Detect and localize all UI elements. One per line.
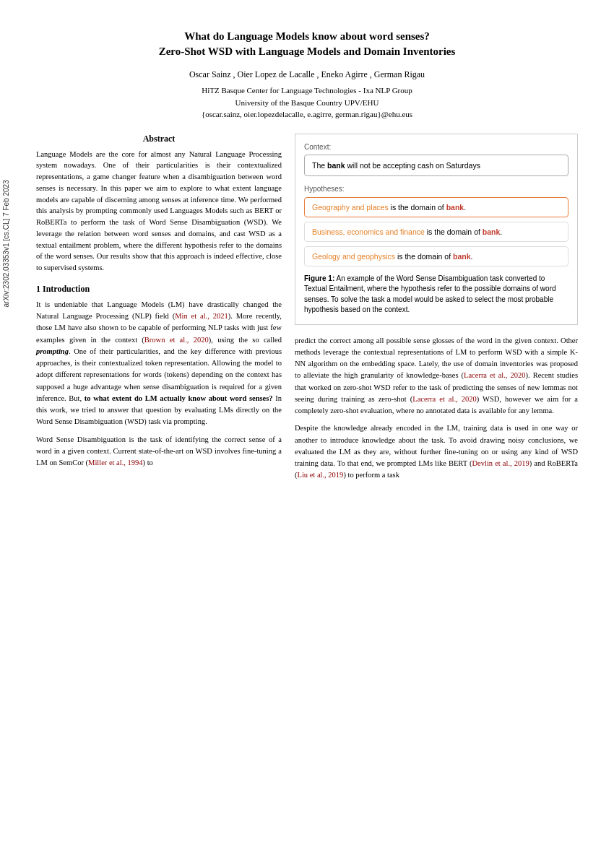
hypothesis-3: Geology and geophysics is the domain of … bbox=[304, 246, 568, 266]
left-column: Abstract Language Models are the core fo… bbox=[36, 134, 282, 487]
figure-number: Figure 1: bbox=[304, 274, 334, 282]
paper-title: What do Language Models know about word … bbox=[36, 29, 578, 59]
hypothesis-3-domain: Geology and geophysics bbox=[312, 252, 395, 261]
hypothesis-3-word: bank bbox=[453, 252, 471, 261]
hypothesis-3-middle: is the domain of bbox=[395, 252, 453, 261]
title-line1: What do Language Models know about word … bbox=[184, 30, 430, 42]
affiliation-line2: University of the Basque Country UPV/EHU bbox=[36, 97, 578, 109]
hypotheses-label: Hypotheses: bbox=[304, 185, 568, 193]
hypothesis-2-middle: is the domain of bbox=[425, 227, 483, 236]
context-sentence: The bank will not be accepting cash on S… bbox=[304, 155, 568, 176]
context-label: Context: bbox=[304, 143, 568, 151]
context-bank-word: bank bbox=[327, 161, 345, 170]
hypothesis-2-word: bank bbox=[483, 227, 501, 236]
hypothesis-1-middle: is the domain of bbox=[389, 203, 446, 212]
hypothesis-1: Geography and places is the domain of ba… bbox=[304, 197, 568, 217]
intro-paragraph1: It is undeniable that Language Models (L… bbox=[36, 299, 282, 469]
hypothesis-1-domain: Geography and places bbox=[312, 203, 389, 212]
hypothesis-1-word: bank bbox=[446, 203, 464, 212]
affiliation-line1: HiTZ Basque Center for Language Technolo… bbox=[36, 84, 578, 97]
abstract-text: Language Models are the core for almost … bbox=[36, 149, 282, 274]
affiliation: HiTZ Basque Center for Language Technolo… bbox=[36, 84, 578, 121]
hypothesis-2: Business, economics and finance is the d… bbox=[304, 222, 568, 242]
cite-min2021[interactable]: Min et al., 2021 bbox=[175, 312, 228, 320]
main-content: Abstract Language Models are the core fo… bbox=[36, 134, 578, 487]
arxiv-id: arXiv:2302.03353v1 [cs.CL] 7 Feb 2023 bbox=[2, 180, 10, 307]
cite-devlin2019[interactable]: Devlin et al., 2019 bbox=[472, 459, 529, 467]
title-line2: Zero-Shot WSD with Language Models and D… bbox=[159, 45, 456, 57]
authors: Oscar Sainz , Oier Lopez de Lacalle , En… bbox=[36, 69, 578, 80]
figure1: Context: The bank will not be accepting … bbox=[295, 134, 578, 325]
abstract-heading: Abstract bbox=[36, 134, 282, 144]
right-column: Context: The bank will not be accepting … bbox=[295, 134, 578, 487]
cite-lacerra2020b[interactable]: Lacerra et al., 2020 bbox=[412, 395, 476, 403]
figure-caption: Figure 1: An example of the Word Sense D… bbox=[304, 274, 568, 316]
cite-lacerra2020a[interactable]: Lacerra et al., 2020 bbox=[464, 371, 526, 379]
cite-liu2019[interactable]: Liu et al., 2019 bbox=[298, 471, 344, 479]
right-body-text: predict the correct among all possible s… bbox=[295, 335, 578, 482]
hypothesis-2-domain: Business, economics and finance bbox=[312, 227, 425, 236]
cite-brown2020[interactable]: Brown et al., 2020 bbox=[144, 336, 209, 344]
affiliation-email: {oscar.sainz, oier.lopezdelacalle, e.agi… bbox=[36, 108, 578, 121]
section1-heading: 1 Introduction bbox=[36, 284, 282, 295]
cite-miller1994[interactable]: Miller et al., 1994 bbox=[88, 459, 143, 466]
